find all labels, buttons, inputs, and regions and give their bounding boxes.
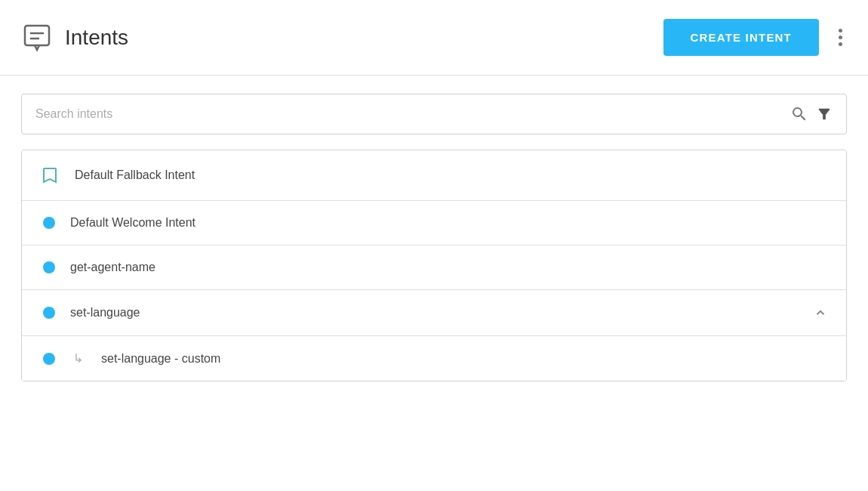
chevron-up-icon[interactable] (813, 305, 828, 320)
header-right: CREATE INTENT (663, 19, 848, 56)
search-icons (790, 105, 833, 123)
svg-rect-0 (25, 26, 49, 45)
filter-icon[interactable] (816, 106, 833, 122)
dot-icon (43, 307, 55, 319)
intent-name: set-language - custom (101, 352, 828, 366)
page-header: Intents CREATE INTENT (0, 0, 868, 76)
page-title: Intents (65, 26, 128, 50)
create-intent-button[interactable]: CREATE INTENT (663, 19, 820, 56)
intent-name: get-agent-name (70, 261, 828, 274)
list-item[interactable]: ↳ set-language - custom (22, 336, 846, 381)
list-item[interactable]: Default Fallback Intent (22, 150, 846, 201)
more-dot-2 (839, 36, 842, 39)
main-content: Default Fallback Intent Default Welcome … (0, 76, 868, 400)
more-dot-1 (839, 29, 842, 32)
intent-name: set-language (70, 306, 798, 320)
bookmark-icon (40, 165, 60, 185)
dot-icon (43, 261, 55, 273)
search-input[interactable] (35, 107, 790, 121)
dot-icon (43, 353, 55, 365)
list-item[interactable]: set-language (22, 290, 846, 336)
dot-icon (43, 217, 55, 229)
intents-list: Default Fallback Intent Default Welcome … (21, 150, 847, 381)
list-item[interactable]: Default Welcome Intent (22, 201, 846, 246)
intent-name: Default Welcome Intent (70, 216, 828, 230)
list-item[interactable]: get-agent-name (22, 246, 846, 290)
search-icon[interactable] (790, 105, 808, 123)
intent-name: Default Fallback Intent (75, 168, 828, 182)
search-container (21, 94, 847, 134)
more-dot-3 (839, 42, 842, 46)
more-options-button[interactable] (834, 24, 847, 51)
intents-icon (21, 22, 53, 54)
header-left: Intents (21, 22, 128, 54)
sub-intent-arrow: ↳ (73, 351, 83, 366)
